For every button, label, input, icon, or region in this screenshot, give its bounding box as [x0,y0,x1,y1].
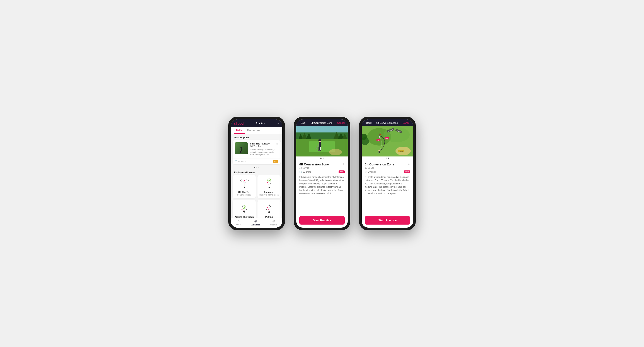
svg-point-17 [268,180,270,181]
svg-rect-76 [379,151,380,153]
detail-map: Hit Miss FAIRWAY ROUGH SAND [362,126,413,156]
nav-home[interactable]: ⌂ Home [236,219,241,226]
dot-1 [254,167,255,168]
skill-card-atg[interactable]: Around The Green Hone your short game [232,200,256,218]
clock-icon: 🕐 [235,160,237,162]
ott-desc: Power accuracy [237,194,251,196]
svg-point-75 [378,150,380,151]
svg-point-12 [246,179,247,180]
svg-point-26 [246,209,247,210]
svg-text:SAND: SAND [400,151,403,152]
shots-row-2: 🕐 20 shots ARG [299,170,345,173]
dot-2 [256,167,257,168]
drill-shots-2: 🕐 20 shots [299,171,311,173]
approach-name: Approach [264,191,274,193]
skill-card-ott[interactable]: Off The Tee Power accuracy [232,175,256,198]
featured-card[interactable]: Find The Fairway Off The Tee ☆ Create an… [232,140,280,164]
skill-card-approach[interactable]: Approach Dial-in to hit the green [258,175,280,198]
detail-photo [296,126,348,156]
phone-1: clippd Practice ≡ Drills Favourites Most… [228,117,285,230]
svg-line-8 [240,180,244,183]
cancel-button-3[interactable]: Cancel [403,122,410,124]
tab-drills[interactable]: Drills [234,127,245,134]
svg-point-32 [268,204,270,206]
cancel-button-2[interactable]: Cancel [337,122,345,124]
favourite-icon-3[interactable]: ☆ [408,163,410,166]
svg-line-36 [268,207,269,211]
skill-card-putting[interactable]: Putting Make and lag practice [258,200,280,218]
svg-rect-54 [320,147,321,151]
drill-yds-2: 10-50 yds [299,167,345,169]
menu-icon[interactable]: ≡ [278,122,279,125]
img-dot-2 [323,158,324,159]
phone-1-screen: clippd Practice ≡ Drills Favourites Most… [231,119,282,228]
shots-count: 10 shots [238,160,246,162]
page-title: Practice [256,122,265,125]
detail-title-2: 6ft Conversion Zone [311,122,332,124]
golfer-silhouette [239,147,244,153]
img-dot-1 [320,158,322,159]
ott-name: Off The Tee [238,191,250,193]
most-popular-label: Most Popular [231,134,282,140]
svg-point-49 [329,149,342,155]
activities-icon: ⊕ [254,219,257,223]
detail-body-2: 6ft Conversion Zone ☆ 10-50 yds 🕐 20 sho… [296,160,348,198]
nav-activities[interactable]: ⊕ Activities [251,219,260,226]
back-label-3: Back [366,122,372,124]
back-button-2[interactable]: ‹ Back [299,122,306,124]
putting-name: Putting [265,216,273,218]
card-footer: 🕐 10 shots OTT [232,158,280,164]
back-chevron-icon-3: ‹ [365,122,366,124]
shots-text-2: 20 shots [303,171,311,173]
favourite-icon-2[interactable]: ☆ [342,163,345,166]
featured-title: Find The Fairway [250,142,270,145]
shots-info: 🕐 10 shots [235,160,246,162]
dot-3 [258,167,259,168]
approach-icon-area [262,178,276,190]
phone-3: ‹ Back 6ft Conversion Zone Cancel [359,117,416,230]
start-practice-button-3[interactable]: Start Practice [365,216,410,225]
drill-desc-2: 20 shots are randomly generated at dista… [299,175,345,195]
svg-rect-56 [318,150,320,151]
atg-icon-area [238,203,251,214]
ott-icon-area [238,178,251,190]
drill-name-text-2: 6ft Conversion Zone [299,163,329,166]
shots-text-3: 20 shots [368,171,376,173]
featured-card-inner: Find The Fairway Off The Tee ☆ Create an… [232,140,280,158]
atg-name: Around The Green [234,216,254,218]
content-area: Most Popular [231,134,282,218]
svg-point-0 [240,147,242,149]
carousel-dots [231,166,282,169]
arg-badge-2: ARG [338,170,345,173]
approach-desc: Dial-in to hit the green [260,194,278,196]
featured-image [235,142,248,154]
home-icon: ⌂ [238,219,240,223]
arg-badge-3: ARG [404,170,410,173]
svg-line-28 [242,209,244,211]
back-button-3[interactable]: ‹ Back [365,122,372,124]
svg-point-20 [270,183,271,184]
drill-name-3: 6ft Conversion Zone ☆ [365,163,410,166]
nav-capture[interactable]: ⊕ Capture [270,219,277,226]
explore-label: Explore skill areas [231,169,282,175]
detail-header-3: ‹ Back 6ft Conversion Zone Cancel [362,119,413,126]
app-logo: clippd [234,122,244,126]
image-dots-3 [362,156,413,160]
drill-yds-3: 10-50 yds [365,167,410,169]
start-practice-button-2[interactable]: Start Practice [299,216,345,225]
svg-point-13 [240,180,241,181]
capture-icon: ⊕ [272,219,275,223]
ott-icon [238,178,250,189]
tab-favourites[interactable]: Favourites [245,127,262,134]
nav-capture-label: Capture [270,224,277,226]
tabs-row: Drills Favourites [231,127,282,134]
phone-2-screen: ‹ Back 6ft Conversion Zone Cancel [296,119,348,228]
svg-rect-52 [318,139,321,141]
atg-icon [238,203,250,214]
img-dot-3-2 [388,158,389,159]
svg-rect-3 [242,151,242,153]
shots-row-3: 🕐 20 shots ARG [365,170,410,173]
favourite-star-icon[interactable]: ☆ [276,142,278,145]
approach-icon [263,178,275,189]
svg-line-9 [244,180,248,183]
